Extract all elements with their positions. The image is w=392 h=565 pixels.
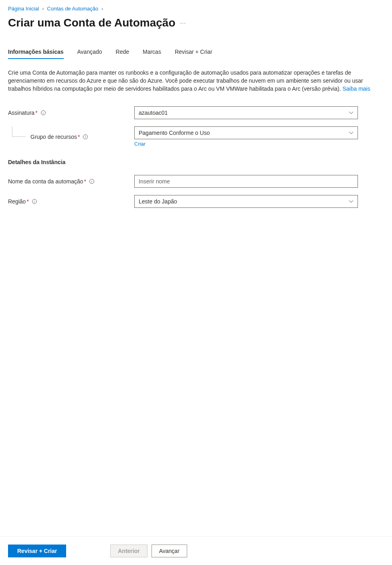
region-label: Região xyxy=(8,198,26,205)
info-icon[interactable]: i xyxy=(89,179,94,184)
subscription-value: azautoac01 xyxy=(139,110,349,116)
chevron-down-icon xyxy=(349,110,354,115)
indent-connector xyxy=(12,126,26,137)
breadcrumb-automation-accounts[interactable]: Contas de Automação xyxy=(47,6,98,12)
tab-bar: Informações básicas Avançado Rede Marcas… xyxy=(8,49,384,59)
page-title: Criar uma Conta de Automação xyxy=(8,16,175,29)
breadcrumb-home[interactable]: Página Inicial xyxy=(8,6,39,12)
chevron-down-icon xyxy=(349,199,354,204)
resource-group-value: Pagamento Conforme o Uso xyxy=(139,130,349,136)
subscription-select[interactable]: azautoac01 xyxy=(134,106,358,119)
required-indicator: * xyxy=(35,110,37,116)
required-indicator: * xyxy=(26,198,28,205)
account-name-input[interactable] xyxy=(134,175,358,188)
learn-more-link[interactable]: Saiba mais xyxy=(342,85,370,92)
next-button[interactable]: Avançar xyxy=(152,545,187,557)
review-create-button[interactable]: Revisar + Criar xyxy=(8,545,66,557)
tab-review-create[interactable]: Revisar + Criar xyxy=(175,49,212,59)
tab-tags[interactable]: Marcas xyxy=(143,49,161,59)
info-icon[interactable]: i xyxy=(41,110,46,115)
tab-advanced[interactable]: Avançado xyxy=(77,49,102,59)
info-icon[interactable]: i xyxy=(83,134,88,139)
tab-network[interactable]: Rede xyxy=(116,49,129,59)
previous-button: Anterior xyxy=(110,545,147,557)
chevron-right-icon: › xyxy=(101,6,103,12)
intro-paragraph: Crie uma Conta de Automação para manter … xyxy=(8,69,363,92)
info-icon[interactable]: i xyxy=(32,199,37,204)
instance-details-header: Detalhes da Instância xyxy=(8,159,384,165)
create-resource-group-link[interactable]: Criar xyxy=(134,141,145,147)
region-select[interactable]: Leste do Japão xyxy=(134,195,358,208)
chevron-right-icon: › xyxy=(42,6,44,12)
breadcrumb: Página Inicial › Contas de Automação › xyxy=(8,6,384,12)
wizard-footer: Revisar + Criar Anterior Avançar xyxy=(0,536,392,565)
resource-group-select[interactable]: Pagamento Conforme o Uso xyxy=(134,126,358,139)
region-value: Leste do Japão xyxy=(139,198,349,205)
required-indicator: * xyxy=(84,178,86,185)
intro-text: Crie uma Conta de Automação para manter … xyxy=(8,69,373,93)
tab-basics[interactable]: Informações básicas xyxy=(8,49,64,59)
more-icon[interactable]: ··· xyxy=(180,20,186,26)
chevron-down-icon xyxy=(349,130,354,135)
resource-group-label: Grupo de recursos xyxy=(30,134,77,140)
subscription-label: Assinatura xyxy=(8,110,34,116)
required-indicator: * xyxy=(78,134,80,140)
account-name-label: Nome da conta da automação xyxy=(8,178,83,185)
